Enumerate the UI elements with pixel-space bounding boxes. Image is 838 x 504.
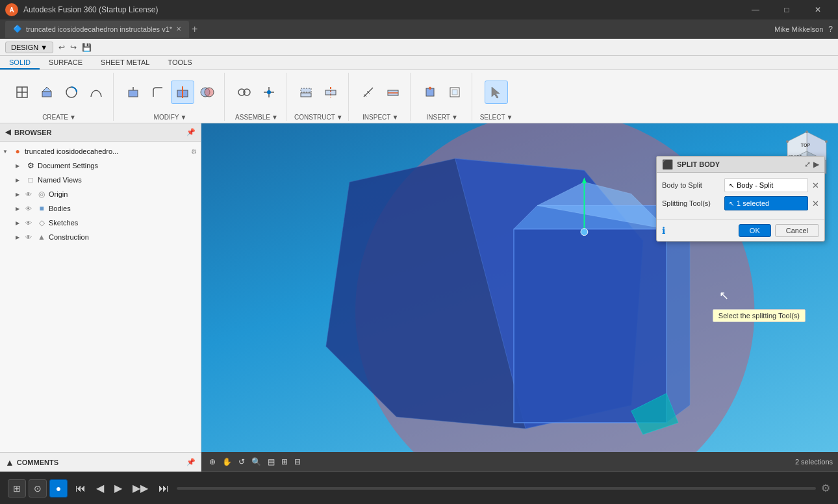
- splitting-tools-value[interactable]: ↖ 1 selected: [724, 196, 808, 210]
- svg-rect-6: [129, 90, 138, 97]
- viewport-grid-button[interactable]: ⊞: [279, 456, 290, 468]
- body-to-split-clear-button[interactable]: ✕: [812, 181, 819, 190]
- inspect-label[interactable]: INSPECT ▼: [362, 114, 398, 121]
- tree-construction-eye-icon[interactable]: 👁: [25, 234, 34, 241]
- press-pull-button[interactable]: [121, 81, 145, 104]
- browser-pin-icon[interactable]: 📌: [186, 128, 196, 136]
- tree-origin-eye-icon[interactable]: 👁: [25, 191, 34, 198]
- tree-bodies-eye-icon[interactable]: 👁: [25, 205, 34, 212]
- new-component-button[interactable]: [10, 81, 34, 104]
- splitting-tools-clear-button[interactable]: ✕: [812, 199, 819, 208]
- design-menu-button[interactable]: DESIGN ▼: [5, 42, 53, 53]
- tab-close-button[interactable]: ✕: [176, 25, 181, 32]
- measure-button[interactable]: [357, 81, 380, 104]
- viewport-pan-button[interactable]: ✋: [220, 456, 235, 468]
- active-tab[interactable]: 🔷 truncated icosidodecahedron instructab…: [5, 21, 189, 38]
- bottom-row: ▲ COMMENTS 📌 ⊕ ✋ ↺ 🔍 ▤ ⊞ ⊟ 2 selections: [0, 452, 838, 472]
- comments-pin-icon[interactable]: 📌: [186, 458, 196, 466]
- extrude-button[interactable]: [35, 81, 58, 104]
- fillet-button[interactable]: [146, 81, 170, 104]
- tree-item-document-settings[interactable]: ▶ ⚙ Document Settings: [0, 158, 201, 173]
- create-label[interactable]: CREATE ▼: [42, 114, 76, 121]
- panel-resize-button[interactable]: ⤢: [804, 160, 811, 169]
- maximize-button[interactable]: □: [772, 0, 802, 19]
- canvas-button[interactable]: [443, 81, 466, 104]
- offset-plane-button[interactable]: [294, 81, 318, 104]
- select-button[interactable]: [485, 81, 508, 104]
- insert-label[interactable]: INSERT ▼: [426, 114, 457, 121]
- tree-root-icon: ●: [12, 146, 23, 157]
- browser-header: ◀ BROWSER 📌: [0, 123, 201, 142]
- anim-record-icon[interactable]: ⊙: [29, 479, 47, 498]
- toolbar-group-inspect: INSPECT ▼: [351, 73, 411, 121]
- anim-settings-icon[interactable]: ⚙: [821, 482, 830, 494]
- tree-root[interactable]: ▼ ● truncated icosidodecahedro... ⚙: [0, 144, 201, 158]
- inspect-icons: [357, 73, 405, 112]
- tree-item-bodies[interactable]: ▶ 👁 ■ Bodies: [0, 201, 201, 216]
- anim-active-icon[interactable]: ●: [49, 479, 68, 498]
- panel-expand-button[interactable]: ▶: [813, 160, 819, 169]
- split-body-title: SPLIT BODY: [677, 160, 800, 168]
- comments-expand-icon[interactable]: ▲: [5, 457, 14, 468]
- tab-surface[interactable]: SURFACE: [40, 56, 92, 69]
- insert-mcmaster-button[interactable]: [418, 81, 442, 104]
- viewport-orbit-button[interactable]: ↺: [236, 456, 248, 468]
- anim-prev-button[interactable]: ◀: [94, 479, 107, 497]
- viewport-snap-button[interactable]: ⊕: [207, 456, 218, 468]
- app-logo: A: [5, 3, 18, 16]
- cross-section-button[interactable]: [381, 81, 405, 104]
- modify-label[interactable]: MODIFY ▼: [154, 114, 187, 121]
- user-profile[interactable]: Mike Mikkelson: [774, 25, 823, 33]
- tree-root-settings-icon[interactable]: ⚙: [191, 148, 197, 155]
- help-icon[interactable]: ?: [828, 25, 833, 34]
- anim-first-button[interactable]: ⏮: [73, 480, 88, 497]
- combine-button[interactable]: [196, 81, 219, 104]
- select-label[interactable]: SELECT ▼: [480, 114, 513, 121]
- toolbar-top: DESIGN ▼ ↩ ↪ 💾: [0, 39, 838, 56]
- minimize-button[interactable]: —: [741, 0, 770, 19]
- assemble-icons: [233, 73, 281, 112]
- window-controls: — □ ✕: [741, 0, 833, 19]
- anim-frame-icon[interactable]: ⊞: [8, 479, 26, 498]
- new-tab-button[interactable]: +: [192, 23, 197, 35]
- anim-play-button[interactable]: ▶: [112, 479, 125, 497]
- redo-button[interactable]: ↪: [70, 43, 77, 52]
- undo-button[interactable]: ↩: [58, 43, 65, 52]
- assemble-label[interactable]: ASSEMBLE ▼: [235, 114, 278, 121]
- tab-tools[interactable]: TOOLS: [159, 56, 201, 69]
- revolve-button[interactable]: [60, 81, 83, 104]
- viewport-section-button[interactable]: ⊟: [292, 456, 303, 468]
- anim-timeline[interactable]: [177, 487, 816, 490]
- tree-item-named-views[interactable]: ▶ □ Named Views: [0, 173, 201, 187]
- anim-last-button[interactable]: ⏭: [156, 480, 171, 497]
- viewport-btn-group: ⊕ ✋ ↺ 🔍 ▤ ⊞ ⊟: [207, 456, 303, 468]
- tab-sheet-metal[interactable]: SHEET METAL: [92, 56, 159, 69]
- save-button[interactable]: 💾: [82, 43, 92, 52]
- body-to-split-value[interactable]: ↖ Body - Split: [724, 178, 808, 192]
- construct-label[interactable]: CONSTRUCT ▼: [294, 114, 343, 121]
- viewport-zoom-button[interactable]: 🔍: [249, 456, 264, 468]
- tree-origin-arrow: ▶: [16, 192, 23, 197]
- anim-next-button[interactable]: ▶▶: [130, 479, 151, 497]
- tree-item-sketches[interactable]: ▶ 👁 ◇ Sketches: [0, 216, 201, 230]
- new-joint-button[interactable]: [233, 81, 256, 104]
- tree-item-construction[interactable]: ▶ 👁 ▲ Construction: [0, 230, 201, 244]
- viewport-display-mode-button[interactable]: ▤: [265, 456, 277, 468]
- tree-named-label: Named Views: [38, 176, 197, 184]
- browser-collapse-icon[interactable]: ◀: [5, 128, 10, 136]
- viewport[interactable]: TOP FRONT BACK ⬛ SPLIT BODY ⤢ ▶: [201, 123, 838, 452]
- ok-button[interactable]: OK: [739, 224, 771, 237]
- tree-bodies-arrow: ▶: [16, 206, 23, 212]
- tree-sketches-eye-icon[interactable]: 👁: [25, 220, 34, 227]
- main-area: ◀ BROWSER 📌 ▼ ● truncated icosidodecahed…: [0, 123, 838, 452]
- tree-item-origin[interactable]: ▶ 👁 ◎ Origin: [0, 187, 201, 201]
- anim-mode-icons: ⊞ ⊙ ●: [8, 479, 68, 498]
- tab-solid[interactable]: SOLID: [0, 56, 40, 69]
- close-button[interactable]: ✕: [803, 0, 833, 19]
- joint-origin-button[interactable]: [257, 81, 281, 104]
- construct-icons: [294, 73, 342, 112]
- split-body-button[interactable]: [171, 81, 194, 104]
- cancel-button[interactable]: Cancel: [775, 224, 819, 237]
- midplane-button[interactable]: [319, 81, 342, 104]
- sweep-button[interactable]: [84, 81, 108, 104]
